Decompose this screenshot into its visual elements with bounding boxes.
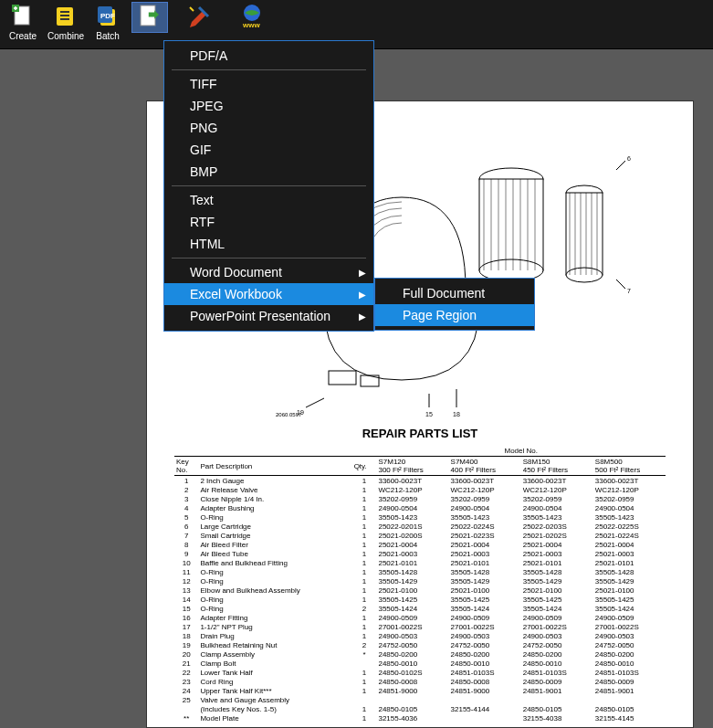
create-button[interactable]: Create [4,2,42,43]
model-no-header: Model No. [376,446,666,457]
menu-separator [172,69,366,70]
svg-text:15: 15 [425,411,433,417]
table-row: 12O-Ring135505-142935505-142935505-14293… [174,576,666,586]
chevron-right-icon: ▶ [359,311,366,322]
svg-text:18: 18 [453,411,460,417]
menu-word[interactable]: Word Document▶ [164,261,373,283]
table-row: 6Large Cartridge125022-0201S25022-0224S2… [174,522,666,531]
col-m1: S7M120300 Ft² Filters [376,457,448,476]
parts-table: Model No. KeyNo. Part Description Qty. S… [174,446,666,723]
table-row: 18Drain Plug124900-050324900-050324900-0… [174,631,666,640]
submenu-full-document[interactable]: Full Document [375,282,534,304]
menu-png[interactable]: PNG [164,117,373,139]
table-row: 16Adapter Fitting124900-050924900-050924… [174,613,666,622]
batch-icon: PDF [95,4,121,29]
web-button[interactable]: www [234,2,270,33]
menu-separator [172,258,366,258]
svg-line-45 [616,161,625,170]
svg-rect-37 [361,375,379,386]
table-row: 7Small Cartridge125021-0200S25021-0223S2… [174,531,666,540]
menu-tiff[interactable]: TIFF [164,73,373,95]
table-row: 21Clamp Bolt24850-001024850-001024850-00… [174,659,666,668]
table-row: 3Close Nipple 1/4 In.135202-095935202-09… [174,494,666,503]
svg-rect-5 [60,18,69,20]
svg-text:6: 6 [627,155,631,162]
table-row: 8Air Bleed Filter125021-000425021-000425… [174,540,666,549]
table-row: (Includes Key Nos. 1-5)124850-010532155-… [174,704,666,713]
svg-text:www: www [242,21,260,29]
create-label: Create [9,31,37,41]
table-row: 2Air Release Valve1WC212-120PWC212-120PW… [174,485,666,494]
combine-label: Combine [47,31,84,41]
menu-powerpoint[interactable]: PowerPoint Presentation▶ [164,305,373,327]
export-menu: PDF/A TIFF JPEG PNG GIF BMP Text RTF HTM… [163,40,374,332]
svg-text:7: 7 [627,288,631,294]
col-key: KeyNo. [174,457,198,476]
table-row: 14O-Ring135505-142535505-142535505-14253… [174,595,666,604]
combine-icon [53,4,79,29]
svg-line-47 [616,280,625,289]
annotate-button[interactable] [181,2,217,33]
chevron-right-icon: ▶ [359,268,366,278]
batch-button[interactable]: PDF Batch [89,2,126,43]
create-icon [10,4,36,29]
svg-rect-13 [479,179,543,270]
table-row: **Model Plate132155-403632155-403832155-… [174,713,666,723]
table-row: 22Lower Tank Half124850-0102S24851-0103S… [174,668,666,677]
combine-button[interactable]: Combine [42,2,89,43]
menu-html[interactable]: HTML [164,233,373,255]
globe-icon: www [239,4,265,29]
table-row: 23Cord Ring124850-000824850-000824850-00… [174,677,666,686]
col-m4: S8M500500 Ft² Filters [593,457,666,476]
menu-text[interactable]: Text [164,189,373,211]
svg-rect-4 [60,15,69,16]
table-row: 24Upper Tank Half Kit***124851-900024851… [174,686,666,695]
svg-text:2060.0597: 2060.0597 [276,412,302,417]
table-row: 25Valve and Gauge Assembly [174,695,666,704]
menu-pdfa[interactable]: PDF/A [164,45,373,67]
table-row: 10Baffle and Bulkhead Fitting125021-0101… [174,558,666,567]
doc-title: REPAIR PARTS LIST [174,427,666,440]
svg-line-42 [306,398,324,407]
col-m2: S7M400400 Ft² Filters [449,457,521,476]
table-row: 4Adapter Bushing124900-050424900-0504249… [174,503,666,512]
table-row: 5O-Ring135505-142335505-142335505-142335… [174,512,666,522]
table-row: 19Bulkhead Retaining Nut224752-005024752… [174,640,666,649]
col-qty: Qty. [352,457,377,476]
col-desc: Part Description [198,457,351,476]
menu-rtf[interactable]: RTF [164,211,373,233]
submenu-page-region[interactable]: Page Region [375,304,534,326]
table-row: 171-1/2" NPT Plug127001-0022S27001-0022S… [174,622,666,631]
table-row: 20Clamp Assembly*24850-020024850-0200248… [174,649,666,659]
table-row: 9Air Bleed Tube125021-000325021-00032502… [174,549,666,558]
table-row: 13Elbow and Bulkhead Assembly125021-0100… [174,586,666,595]
svg-rect-36 [329,371,356,385]
svg-rect-3 [60,11,69,13]
excel-submenu: Full Document Page Region [374,278,535,331]
export-icon [137,4,163,29]
chevron-right-icon: ▶ [359,290,366,300]
menu-separator [172,185,366,186]
batch-label: Batch [96,31,120,41]
menu-bmp[interactable]: BMP [164,161,373,183]
table-row: 11O-Ring135505-142835505-142835505-14283… [174,567,666,576]
menu-jpeg[interactable]: JPEG [164,95,373,117]
menu-gif[interactable]: GIF [164,139,373,161]
annotate-icon [186,4,212,29]
svg-text:PDF: PDF [100,12,115,20]
menu-excel[interactable]: Excel Workbook▶ [164,283,373,305]
table-row: 15O-Ring235505-142435505-142435505-14243… [174,604,666,613]
col-m3: S8M150450 Ft² Filters [521,457,593,476]
table-row: 12 Inch Gauge133600-0023T33600-0023T3360… [174,476,666,486]
export-button[interactable] [131,2,168,33]
